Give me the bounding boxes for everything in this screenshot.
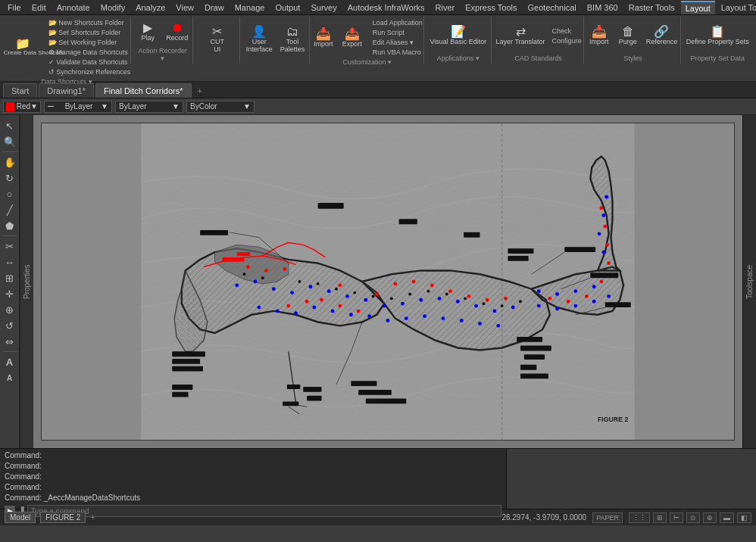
svg-point-21 xyxy=(419,298,423,302)
export-btn[interactable]: 📤 Export xyxy=(339,26,366,49)
tool-move[interactable]: ✛ xyxy=(2,286,18,301)
lineweight-toggle-btn[interactable]: ▬ xyxy=(720,512,734,523)
define-property-sets-btn[interactable]: 📋 Define Property Sets xyxy=(683,24,752,47)
tool-select[interactable]: ↖ xyxy=(2,118,18,133)
lineweight-selector[interactable]: ByLayer ▼ xyxy=(115,101,183,113)
visual-basic-editor-btn[interactable]: 📝 Visual Basic Editor xyxy=(426,24,489,47)
menu-file[interactable]: File xyxy=(3,2,26,14)
svg-point-93 xyxy=(519,300,522,303)
run-vba-macro-btn[interactable]: Run VBA Macro xyxy=(370,48,425,57)
import-customization-btn[interactable]: 📥 Import xyxy=(310,26,337,49)
menu-raster[interactable]: Raster Tools xyxy=(624,2,679,14)
color-selector[interactable]: Red ▼ xyxy=(3,101,41,113)
menu-annotate[interactable]: Annotate xyxy=(52,2,95,14)
play-btn[interactable]: ▶ Play xyxy=(134,20,161,43)
synchronize-references-btn[interactable]: ↺ Synchronize References xyxy=(46,67,133,76)
tool-polyline[interactable]: ⬟ xyxy=(2,218,18,233)
edit-aliases-btn[interactable]: Edit Aliases ▾ xyxy=(370,38,425,47)
menu-edit[interactable]: Edit xyxy=(27,2,51,14)
tab-add-btn[interactable]: + xyxy=(193,84,207,98)
osnap-btn[interactable]: ⊕ xyxy=(703,512,717,523)
svg-point-43 xyxy=(573,289,577,293)
grid-btn[interactable]: ⊞ xyxy=(653,512,667,523)
load-application-btn[interactable]: Load Application xyxy=(370,18,425,27)
cut-ui-btn[interactable]: ✂ CUTUI xyxy=(204,24,231,55)
snap-btn[interactable]: ⋮⋮ xyxy=(629,512,650,523)
svg-point-65 xyxy=(504,297,508,301)
plotstyle-selector[interactable]: ByColor ▼ xyxy=(186,101,255,113)
menu-river[interactable]: River xyxy=(431,2,460,14)
svg-rect-117 xyxy=(605,302,631,307)
svg-point-75 xyxy=(607,261,611,265)
menu-geotechnical[interactable]: Geotechnical xyxy=(523,2,581,14)
ribbon-group-applications: 📝 Visual Basic Editor Applications ▾ xyxy=(426,17,492,64)
menu-output[interactable]: Output xyxy=(270,2,305,14)
transparency-btn[interactable]: ◧ xyxy=(737,512,751,523)
tool-orbit[interactable]: ↻ xyxy=(2,170,18,185)
tool-circle[interactable]: ○ xyxy=(2,186,18,201)
linetype-selector[interactable]: ByLayer ▼ xyxy=(44,101,112,113)
tool-pan[interactable]: ✋ xyxy=(2,154,18,170)
tool-trim[interactable]: ✂ xyxy=(2,238,18,254)
new-shortcuts-folder-btn[interactable]: 📂 New Shortcuts Folder xyxy=(46,18,133,27)
lineweight-value: ByLayer xyxy=(119,102,147,111)
svg-point-27 xyxy=(257,306,261,310)
layer-translator-btn[interactable]: ⇄ Layer Translator xyxy=(493,24,548,47)
tab-start[interactable]: Start xyxy=(3,83,37,98)
configure-btn[interactable]: Configure xyxy=(550,36,584,45)
menu-bim360[interactable]: BIM 360 xyxy=(583,2,623,14)
tool-extend[interactable]: ↔ xyxy=(2,254,18,269)
menu-manage[interactable]: Manage xyxy=(230,2,270,14)
properties-panel[interactable]: Properties xyxy=(20,115,33,448)
tool-zoom[interactable]: 🔍 xyxy=(2,134,18,149)
validate-data-shortcuts-btn[interactable]: ✓ Validate Data Shortcuts xyxy=(46,58,133,67)
tab-final-ditch[interactable]: Final Ditch Corridors* xyxy=(95,83,192,98)
plotstyle-arrow: ▼ xyxy=(243,102,251,111)
color-dropdown-arrow: ▼ xyxy=(30,102,38,111)
tool-rotate[interactable]: ↺ xyxy=(2,318,18,333)
run-script-btn[interactable]: Run Script xyxy=(370,28,425,37)
create-data-shortcuts-btn[interactable]: 📁 Create Data Shortcuts xyxy=(1,36,45,58)
polar-btn[interactable]: ⊙ xyxy=(686,512,700,523)
paper-mode-btn[interactable]: PAPER xyxy=(592,512,623,523)
svg-point-88 xyxy=(427,290,430,293)
tool-offset[interactable]: ⊞ xyxy=(2,270,18,285)
command-input[interactable] xyxy=(27,505,501,517)
reference-btn[interactable]: 🔗 Reference xyxy=(643,24,681,47)
tool-line[interactable]: ╱ xyxy=(2,202,18,217)
status-left: Model FIGURE 2 + xyxy=(5,512,95,523)
tab-drawing1[interactable]: Drawing1* xyxy=(39,83,94,98)
ortho-btn[interactable]: ⊢ xyxy=(670,512,683,523)
set-working-folder-btn[interactable]: 📂 Set Working Folder xyxy=(46,38,133,47)
record-btn[interactable]: ⏺ Record xyxy=(163,20,191,43)
toolspace-panel[interactable]: Toolspace xyxy=(742,115,756,448)
menu-modify[interactable]: Modify xyxy=(96,2,130,14)
menu-infraworks[interactable]: Autodesk InfraWorks xyxy=(343,2,430,14)
import-styles-label: Import xyxy=(589,38,609,45)
figure2-tab-btn[interactable]: FIGURE 2 xyxy=(40,512,86,523)
canvas-area[interactable]: FIGURE 2 xyxy=(33,115,742,448)
tool-text[interactable]: A xyxy=(2,354,18,369)
tool-mtext[interactable]: A xyxy=(2,370,18,385)
svg-point-31 xyxy=(331,309,335,313)
set-shortcuts-folder-btn[interactable]: 📂 Set Shortcuts Folder xyxy=(46,28,133,37)
menu-view[interactable]: View xyxy=(171,2,198,14)
model-tab-btn[interactable]: Model xyxy=(5,512,36,523)
add-layout-btn[interactable]: + xyxy=(90,513,95,522)
tool-copy[interactable]: ⊕ xyxy=(2,302,18,317)
tool-palettes-btn[interactable]: 🗂 ToolPalettes xyxy=(277,24,308,55)
tool-mirror[interactable]: ⇔ xyxy=(2,334,18,349)
import-styles-btn[interactable]: 📥 Import xyxy=(586,24,613,47)
color-label: Red xyxy=(17,102,30,111)
menu-survey[interactable]: Survey xyxy=(306,2,341,14)
user-interface-btn[interactable]: 👤 UserInterface xyxy=(243,24,276,55)
check-btn[interactable]: Check xyxy=(550,26,584,36)
menu-layout[interactable]: Layout xyxy=(681,1,715,14)
menu-analyze[interactable]: Analyze xyxy=(131,2,170,14)
drawing-viewport[interactable]: FIGURE 2 xyxy=(41,123,735,441)
menu-express[interactable]: Express Tools xyxy=(461,2,521,14)
manage-data-shortcuts-btn[interactable]: ⚙ Manage Data Shortcuts xyxy=(46,48,133,57)
purge-btn[interactable]: 🗑 Purge xyxy=(614,24,642,47)
menu-layout-tools[interactable]: Layout Tools xyxy=(717,2,756,14)
menu-draw[interactable]: Draw xyxy=(200,2,229,14)
